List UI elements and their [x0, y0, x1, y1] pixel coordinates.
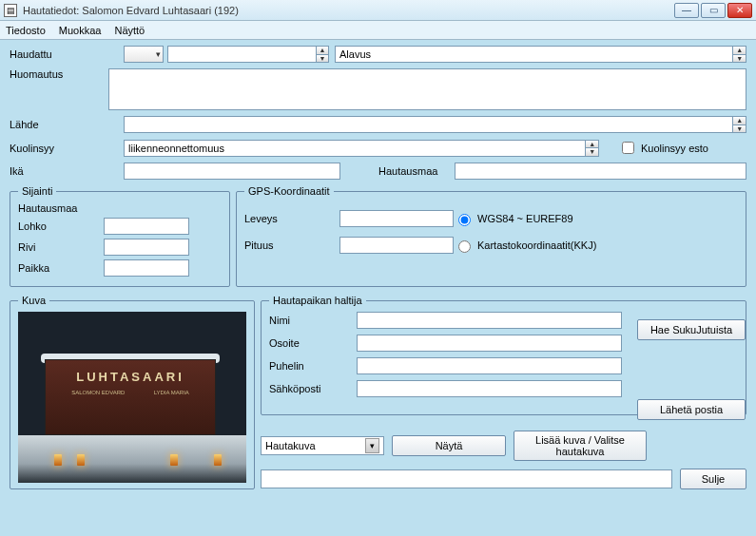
laheta-postia-button[interactable]: Lähetä postia	[637, 399, 746, 420]
hautausmaa-input[interactable]	[455, 163, 746, 180]
wgs-label: WGS84 ~ EUREF89	[477, 213, 573, 224]
haudattu-spin-input[interactable]	[168, 47, 316, 62]
ika-label: Ikä	[10, 165, 124, 177]
status-input[interactable]	[261, 469, 672, 488]
lohko-label: Lohko	[18, 220, 104, 232]
hautakuva-combo[interactable]: Hautakuva	[261, 436, 384, 455]
sijainti-legend: Sijainti	[18, 185, 56, 197]
nayta-button[interactable]: Näytä	[392, 435, 506, 456]
paikka-label: Paikka	[18, 262, 104, 274]
gps-legend: GPS-Koordinaatit	[244, 185, 334, 197]
minimize-button[interactable]: —	[674, 3, 699, 18]
sahkoposti-label: Sähköposti	[269, 383, 357, 394]
kuolinsyy-up[interactable]: ▲	[586, 141, 598, 149]
menu-view[interactable]: Näyttö	[114, 25, 145, 36]
haltija-legend: Hautapaikan haltija	[269, 295, 366, 306]
kuolinsyy-esto-checkbox[interactable]	[622, 142, 634, 154]
nimi-input[interactable]	[357, 312, 622, 329]
app-icon: ▤	[4, 4, 17, 17]
rivi-label: Rivi	[18, 241, 104, 253]
nimi-label: Nimi	[269, 315, 357, 326]
paikka-input[interactable]	[104, 259, 189, 277]
lahde-up[interactable]: ▲	[733, 117, 746, 125]
menu-file[interactable]: Tiedosto	[6, 25, 46, 36]
spin-up-2[interactable]: ▲	[733, 47, 746, 55]
huomautus-input[interactable]	[108, 68, 746, 110]
lahde-label: Lähde	[10, 119, 124, 130]
wgs-radio[interactable]	[458, 214, 471, 226]
stone-name: LUHTASAARI	[46, 370, 215, 384]
ika-input[interactable]	[124, 163, 340, 180]
haltija-fieldset: Hautapaikan haltija Nimi Osoite Puhelin	[261, 295, 746, 415]
kkj-radio[interactable]	[458, 240, 471, 253]
kuolinsyy-spin[interactable]: ▲▼	[124, 140, 599, 157]
kuolinsyy-input[interactable]	[125, 141, 585, 156]
puhelin-input[interactable]	[357, 357, 622, 374]
kkj-label: Kartastokoordinaatit(KKJ)	[477, 239, 596, 251]
spin-down[interactable]: ▼	[317, 55, 328, 63]
leveys-input[interactable]	[339, 210, 454, 227]
lisaa-kuva-button[interactable]: Lisää kuva / Valitse hautakuva	[514, 431, 647, 461]
leveys-label: Leveys	[244, 213, 339, 224]
osoite-label: Osoite	[269, 337, 357, 349]
sulje-button[interactable]: Sulje	[680, 469, 746, 489]
haudattu-combo[interactable]	[124, 46, 164, 63]
haudattu-big-input[interactable]	[336, 47, 732, 62]
maximize-button[interactable]: ▭	[701, 3, 726, 18]
sijainti-fieldset: Sijainti Hautausmaa Lohko Rivi Paikka	[10, 185, 230, 287]
hautakuva-combo-label: Hautakuva	[265, 440, 316, 451]
puhelin-label: Puhelin	[269, 360, 357, 372]
sij-hautausmaa-fieldset: Hautausmaa Lohko Rivi Paikka	[18, 202, 222, 280]
spin-up[interactable]: ▲	[317, 47, 328, 55]
huomautus-label: Huomautus	[10, 68, 108, 80]
hautausmaa-label: Hautausmaa	[378, 165, 455, 177]
lahde-input[interactable]	[125, 117, 732, 132]
kuolinsyy-esto-label: Kuolinsyy esto	[641, 143, 708, 154]
close-button[interactable]: ✕	[727, 3, 752, 18]
menu-edit[interactable]: Muokkaa	[59, 25, 102, 36]
kuolinsyy-label: Kuolinsyy	[10, 143, 124, 154]
spin-down-2[interactable]: ▼	[733, 55, 746, 63]
haudattu-label: Haudattu	[10, 48, 124, 60]
kuolinsyy-down[interactable]: ▼	[586, 148, 598, 156]
lohko-input[interactable]	[104, 218, 189, 235]
haudattu-spin[interactable]: ▲▼	[167, 46, 329, 63]
haudattu-big-spin[interactable]: ▲▼	[335, 46, 746, 63]
lahde-down[interactable]: ▼	[733, 125, 746, 133]
window-title: Hautatiedot: Salomon Edvard Luhtasaari (…	[23, 5, 674, 16]
pituus-label: Pituus	[244, 239, 339, 251]
osoite-input[interactable]	[357, 335, 622, 352]
stone-sub-right: LYDIA MARIA	[154, 390, 189, 395]
pituus-input[interactable]	[339, 237, 454, 254]
lahde-spin[interactable]: ▲▼	[124, 116, 746, 133]
hae-sukujutuista-button[interactable]: Hae SukuJutuista	[637, 319, 746, 340]
stone-sub-left: SALOMON EDVARD	[71, 390, 125, 395]
kuva-legend: Kuva	[18, 295, 49, 306]
kuva-image[interactable]: LUHTASAARI SALOMON EDVARD LYDIA MARIA	[18, 312, 246, 483]
kuva-fieldset: Kuva LUHTASAARI SALOMON EDVARD LYDIA MAR…	[10, 295, 255, 489]
sahkoposti-input[interactable]	[357, 380, 622, 397]
gps-fieldset: GPS-Koordinaatit Leveys WGS84 ~ EUREF89 …	[236, 185, 746, 287]
rivi-input[interactable]	[104, 239, 189, 256]
sij-hautausmaa-legend: Hautausmaa	[18, 202, 222, 214]
